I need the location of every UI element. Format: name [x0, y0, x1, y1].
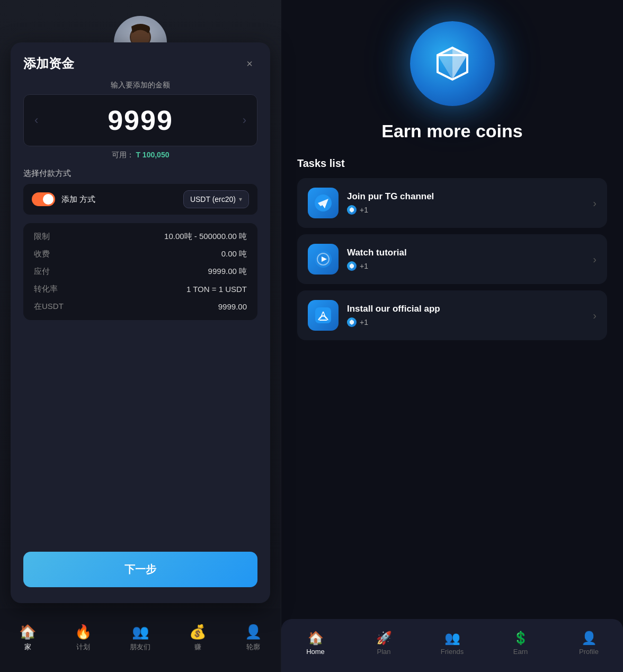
home-icon-right: 🏠 — [308, 631, 324, 646]
payment-toggle[interactable] — [32, 192, 55, 206]
nav-label-earn-left: 赚 — [194, 642, 201, 652]
nav-item-plan-left[interactable]: 🔥 计划 — [75, 624, 92, 652]
payment-row: 添加 方式 USDT (erc20) ▾ — [23, 184, 257, 215]
tasks-label: Tasks list — [297, 157, 607, 170]
toggle-knob — [43, 194, 54, 205]
detail-value-rate: 1 TON = 1 USDT — [186, 285, 247, 294]
nav-item-home-right[interactable]: 🏠 Home — [297, 631, 334, 656]
earn-icon-right: 💲 — [513, 631, 529, 646]
payment-label: 选择付款方式 — [23, 169, 257, 179]
increment-arrow[interactable]: › — [243, 113, 246, 127]
task-icon-app: A — [308, 300, 339, 331]
nav-label-earn-right: Earn — [513, 648, 528, 656]
amount-input-section: 输入要添加的金额 ‹ 9999 › 可用： T 100,050 — [23, 81, 257, 160]
task-content-tg: Join pur TG channel +1 — [347, 191, 584, 215]
modal-header: 添加资金 × — [23, 55, 257, 72]
dropdown-value: USDT (erc20) — [190, 195, 236, 204]
earn-title: Earn more coins — [381, 121, 522, 142]
task-chevron-video: › — [593, 253, 597, 266]
decrement-arrow[interactable]: ‹ — [34, 113, 38, 127]
detail-value-limit: 10.00吨 - 500000.00 吨 — [164, 232, 247, 242]
nav-label-plan-left: 计划 — [76, 642, 90, 652]
task-reward-text-tg: +1 — [360, 206, 368, 214]
profile-icon-right: 👤 — [581, 631, 597, 646]
detail-row-fee: 收费 0.00 吨 — [34, 249, 247, 259]
fire-icon-left: 🔥 — [75, 624, 92, 640]
details-section: 限制 10.00吨 - 500000.00 吨 收费 0.00 吨 应付 999… — [23, 223, 257, 320]
svg-marker-16 — [350, 320, 354, 325]
reward-icon-video — [347, 261, 357, 271]
task-title-video: Watch tutorial — [347, 247, 584, 258]
bottom-nav-left: 🏠 家 🔥 计划 👥 朋友们 💰 赚 👤 轮廓 — [0, 608, 281, 672]
telegram-icon — [314, 194, 332, 212]
task-chevron-app: › — [593, 310, 597, 322]
nav-item-earn-right[interactable]: 💲 Earn — [502, 631, 539, 656]
friends-icon-right: 👥 — [444, 631, 460, 646]
nav-item-friends-left[interactable]: 👥 朋友们 — [130, 624, 150, 652]
ton-logo — [410, 21, 495, 106]
task-reward-video: +1 — [347, 261, 584, 271]
available-label: 可用： — [112, 151, 134, 159]
detail-value-fee: 0.00 吨 — [221, 249, 247, 259]
task-reward-text-video: +1 — [360, 262, 368, 270]
nav-label-plan-right: Plan — [377, 648, 390, 656]
amount-input-wrapper[interactable]: ‹ 9999 › — [23, 94, 257, 146]
available-amount: T 100,050 — [136, 151, 169, 159]
payment-method-label: 添加 方式 — [61, 194, 177, 205]
detail-row-due: 应付 9999.00 吨 — [34, 267, 247, 277]
detail-key-fee: 收费 — [34, 249, 50, 259]
nav-label-friends-left: 朋友们 — [130, 642, 150, 652]
detail-row-rate: 转化率 1 TON = 1 USDT — [34, 284, 247, 294]
detail-key-due: 应付 — [34, 267, 50, 277]
nav-label-profile-right: Profile — [579, 648, 599, 656]
nav-label-profile-left: 轮廓 — [246, 642, 260, 652]
task-card-app[interactable]: A Install our official app +1 › — [297, 290, 607, 340]
detail-row-limit: 限制 10.00吨 - 500000.00 吨 — [34, 232, 247, 242]
nav-item-home-left[interactable]: 🏠 家 — [19, 624, 36, 652]
profile-icon-left: 👤 — [245, 624, 262, 640]
next-button[interactable]: 下一步 — [23, 552, 257, 587]
detail-key-limit: 限制 — [34, 232, 50, 242]
add-funds-modal: 添加资金 × 输入要添加的金额 ‹ 9999 › 可用： T 100,050 选… — [11, 42, 270, 603]
earn-icon-left: 💰 — [189, 624, 206, 640]
input-label: 输入要添加的金额 — [23, 81, 257, 90]
task-title-app: Install our official app — [347, 304, 584, 314]
modal-title: 添加资金 — [23, 55, 74, 72]
home-icon-left: 🏠 — [19, 624, 36, 640]
nav-item-profile-right[interactable]: 👤 Profile — [571, 631, 608, 656]
nav-item-plan-right[interactable]: 🚀 Plan — [366, 631, 403, 656]
detail-row-usdt: 在USDT 9999.00 — [34, 302, 247, 312]
task-card-video[interactable]: Watch tutorial +1 › — [297, 234, 607, 284]
app-store-icon: A — [314, 306, 332, 324]
task-content-video: Watch tutorial +1 — [347, 247, 584, 271]
nav-label-home-right: Home — [306, 648, 325, 656]
video-icon — [314, 250, 332, 268]
left-panel: 添加资金 × 输入要添加的金额 ‹ 9999 › 可用： T 100,050 选… — [0, 0, 281, 672]
task-reward-app: +1 — [347, 317, 584, 327]
task-icon-video — [308, 244, 339, 275]
reward-icon-app — [347, 317, 357, 327]
plan-icon-right: 🚀 — [376, 631, 392, 646]
task-card-tg[interactable]: Join pur TG channel +1 › — [297, 178, 607, 228]
nav-item-friends-right[interactable]: 👥 Friends — [434, 631, 471, 656]
close-button[interactable]: × — [242, 56, 257, 72]
detail-value-usdt: 9999.00 — [218, 302, 247, 311]
nav-item-profile-left[interactable]: 👤 轮廓 — [245, 624, 262, 652]
task-icon-tg — [308, 188, 339, 218]
nav-item-earn-left[interactable]: 💰 赚 — [189, 624, 206, 652]
svg-marker-8 — [350, 207, 354, 213]
ton-logo-svg — [431, 42, 474, 85]
svg-marker-12 — [350, 263, 354, 269]
tasks-section: Tasks list Join pur TG channel +1 — [297, 157, 607, 347]
usdt-dropdown[interactable]: USDT (erc20) ▾ — [183, 190, 249, 208]
nav-label-friends-right: Friends — [441, 648, 464, 656]
task-content-app: Install our official app +1 — [347, 304, 584, 327]
detail-value-due: 9999.00 吨 — [208, 267, 247, 277]
bottom-nav-right: 🏠 Home 🚀 Plan 👥 Friends 💲 Earn 👤 Profile — [281, 619, 623, 672]
detail-key-rate: 转化率 — [34, 284, 58, 294]
task-reward-tg: +1 — [347, 205, 584, 215]
detail-key-usdt: 在USDT — [34, 302, 64, 312]
friends-icon-left: 👥 — [132, 624, 149, 640]
payment-section: 选择付款方式 添加 方式 USDT (erc20) ▾ — [23, 169, 257, 215]
amount-display: 9999 — [44, 104, 236, 136]
